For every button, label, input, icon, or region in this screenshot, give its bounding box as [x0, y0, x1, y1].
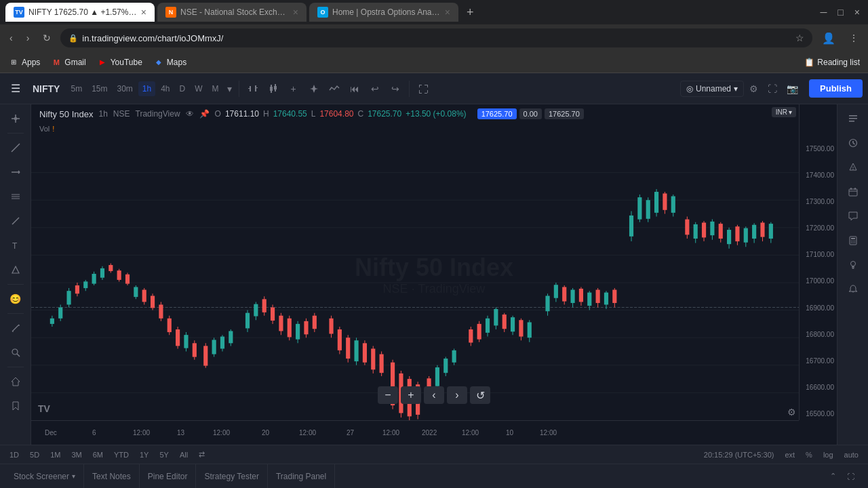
- tf-5m[interactable]: 5m: [66, 81, 86, 96]
- rp-calculator-icon[interactable]: [842, 229, 865, 252]
- percent-button[interactable]: %: [802, 449, 816, 460]
- chart-area[interactable]: Nifty 50 Index NSE · TradingView Nifty 5…: [31, 104, 837, 445]
- extensions-button[interactable]: ⋮: [845, 30, 863, 46]
- undo-icon[interactable]: ↩: [366, 79, 384, 98]
- reading-list-button[interactable]: 📋 Reading list: [804, 58, 860, 67]
- redo-icon[interactable]: ↪: [386, 79, 405, 98]
- minimize-button[interactable]: ─: [817, 7, 829, 18]
- home-icon[interactable]: [4, 370, 27, 393]
- rp-watchlist-icon[interactable]: [842, 107, 865, 130]
- tf-dropdown[interactable]: ▾: [224, 81, 235, 97]
- indicator-icon[interactable]: +: [284, 79, 303, 98]
- ext-button[interactable]: ext: [781, 449, 799, 460]
- tc-ytd[interactable]: YTD: [110, 449, 133, 460]
- tc-all[interactable]: All: [176, 449, 192, 460]
- tf-30m[interactable]: 30m: [113, 81, 136, 96]
- tc-5y[interactable]: 5Y: [155, 449, 172, 460]
- tc-compare-icon[interactable]: ⇄: [195, 449, 209, 460]
- alert-icon[interactable]: [304, 79, 323, 98]
- publish-button[interactable]: Publish: [809, 79, 863, 98]
- tab-strategy-tester[interactable]: Strategy Tester: [196, 464, 267, 488]
- tf-4h[interactable]: 4h: [157, 81, 174, 96]
- tc-6m[interactable]: 6M: [89, 449, 107, 460]
- youtube-bookmark[interactable]: ▶ YouTube: [97, 57, 142, 68]
- h-label: H: [263, 109, 269, 119]
- log-button[interactable]: log: [819, 449, 837, 460]
- menu-button[interactable]: ☰: [5, 78, 26, 99]
- measure-icon[interactable]: [4, 317, 27, 340]
- tc-1d[interactable]: 1D: [5, 449, 23, 460]
- tf-w[interactable]: W: [191, 81, 206, 96]
- rp-chat-icon[interactable]: [842, 205, 865, 228]
- back-button[interactable]: ‹: [5, 30, 17, 46]
- tab2[interactable]: N NSE - National Stock Exchange o... ×: [157, 3, 307, 22]
- tab-pine-editor[interactable]: Pine Editor: [140, 464, 197, 488]
- gmail-bookmark[interactable]: M Gmail: [51, 57, 85, 68]
- reset-chart-button[interactable]: ↺: [470, 386, 490, 404]
- rp-idea-icon[interactable]: [842, 253, 865, 277]
- auto-button[interactable]: auto: [840, 449, 863, 460]
- camera-icon[interactable]: 📷: [783, 80, 802, 98]
- rp-notification-icon[interactable]: [842, 278, 865, 301]
- bookmark-icon[interactable]: [4, 394, 27, 418]
- zoom-icon[interactable]: [4, 341, 27, 364]
- maximize-button[interactable]: □: [835, 7, 846, 18]
- tf-d[interactable]: D: [176, 81, 190, 96]
- hide-chart-icon[interactable]: 👁: [186, 109, 194, 119]
- draw-horizontal-icon[interactable]: [4, 161, 27, 184]
- tf-15m[interactable]: 15m: [87, 81, 111, 96]
- expand-icon[interactable]: ⛶: [764, 80, 781, 98]
- replay-icon[interactable]: ⏮: [345, 79, 364, 98]
- tc-5d[interactable]: 5D: [26, 449, 43, 460]
- draw-brush-icon[interactable]: [4, 209, 27, 232]
- forward-button[interactable]: ›: [22, 30, 34, 46]
- tf-m[interactable]: M: [208, 81, 223, 96]
- expand-panel-button[interactable]: ⛶: [844, 471, 857, 482]
- address-bar[interactable]: 🔒 in.tradingview.com/chart/ioJOMmxJ/ ☆: [60, 28, 812, 47]
- tab1-close[interactable]: ×: [141, 7, 146, 18]
- tab-trading-panel[interactable]: Trading Panel: [268, 464, 335, 488]
- chart-settings-button[interactable]: ⚙: [787, 407, 796, 418]
- bookmark-star-icon[interactable]: ☆: [795, 33, 804, 43]
- maps-bookmark[interactable]: ◆ Maps: [153, 57, 186, 68]
- tc-1m[interactable]: 1M: [46, 449, 64, 460]
- tc-3m[interactable]: 3M: [67, 449, 85, 460]
- fullscreen-icon[interactable]: [414, 79, 433, 98]
- close-button[interactable]: ×: [852, 7, 863, 18]
- scroll-left-button[interactable]: ‹: [424, 386, 444, 404]
- tab3-close[interactable]: ×: [445, 7, 450, 18]
- crosshair-icon[interactable]: [4, 107, 27, 130]
- zoom-in-button[interactable]: +: [401, 386, 421, 404]
- tab2-close[interactable]: ×: [293, 7, 298, 18]
- collapse-panel-button[interactable]: ⌃: [827, 470, 839, 482]
- tc-1y[interactable]: 1Y: [136, 449, 153, 460]
- pin-chart-icon[interactable]: 📌: [199, 109, 210, 119]
- indicators-lt-icon[interactable]: 😊: [4, 287, 27, 310]
- apps-icon: ⊞: [8, 57, 19, 68]
- reload-button[interactable]: ↻: [39, 30, 55, 46]
- unnamed-button[interactable]: ◎ Unnamed ▾: [680, 81, 744, 97]
- rp-clock-icon[interactable]: [842, 131, 865, 155]
- compare-icon[interactable]: [325, 79, 344, 98]
- active-tab[interactable]: TV NIFTY 17625.70 ▲ +1.57% Unna... ×: [5, 3, 155, 22]
- draw-text-icon[interactable]: T: [4, 234, 27, 257]
- rp-alert-icon[interactable]: [842, 156, 865, 179]
- scroll-right-button[interactable]: ›: [447, 386, 467, 404]
- new-tab-button[interactable]: +: [461, 5, 479, 20]
- profile-button[interactable]: 👤: [818, 29, 840, 47]
- rp-calendar-icon[interactable]: [842, 180, 865, 203]
- tab-stock-screener[interactable]: Stock Screener ▾: [5, 464, 84, 488]
- chart-type-candle-icon[interactable]: [264, 79, 283, 98]
- tab3[interactable]: O Home | Opstra Options Analytics ×: [309, 3, 458, 22]
- zoom-out-button[interactable]: −: [378, 386, 398, 404]
- tf-1h[interactable]: 1h: [138, 81, 155, 96]
- candle-chart[interactable]: [31, 145, 799, 420]
- tab-text-notes[interactable]: Text Notes: [84, 464, 140, 488]
- chart-type-bar-icon[interactable]: [243, 79, 262, 98]
- draw-fib-icon[interactable]: [4, 185, 27, 208]
- draw-shapes-icon[interactable]: [4, 258, 27, 281]
- svg-text:TV: TV: [38, 403, 51, 414]
- apps-bookmark[interactable]: ⊞ Apps: [8, 57, 40, 68]
- settings-icon[interactable]: ⚙: [745, 80, 762, 98]
- draw-line-icon[interactable]: [4, 136, 27, 159]
